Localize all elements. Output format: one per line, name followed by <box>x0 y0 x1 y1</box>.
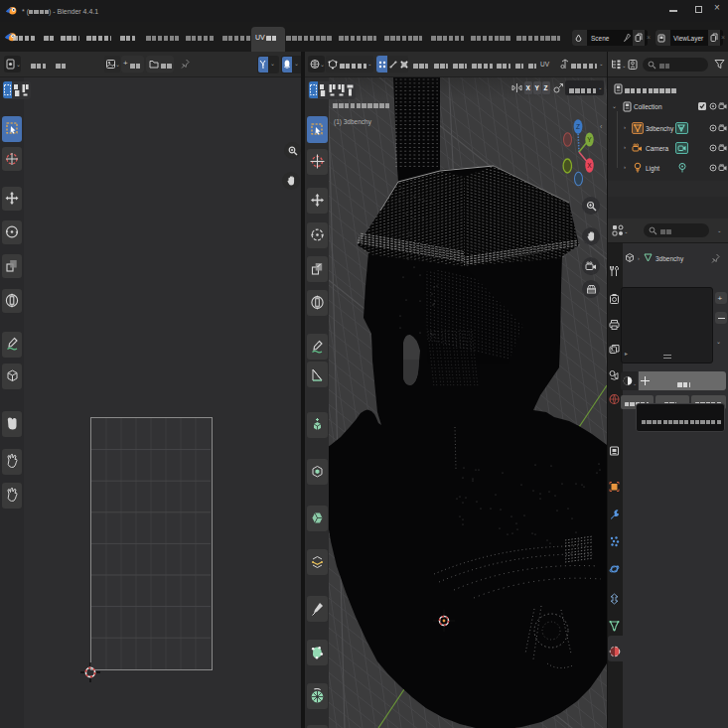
svg-text:Y: Y <box>587 136 592 143</box>
svg-text:Z: Z <box>576 123 580 130</box>
svg-text:X: X <box>587 162 592 169</box>
